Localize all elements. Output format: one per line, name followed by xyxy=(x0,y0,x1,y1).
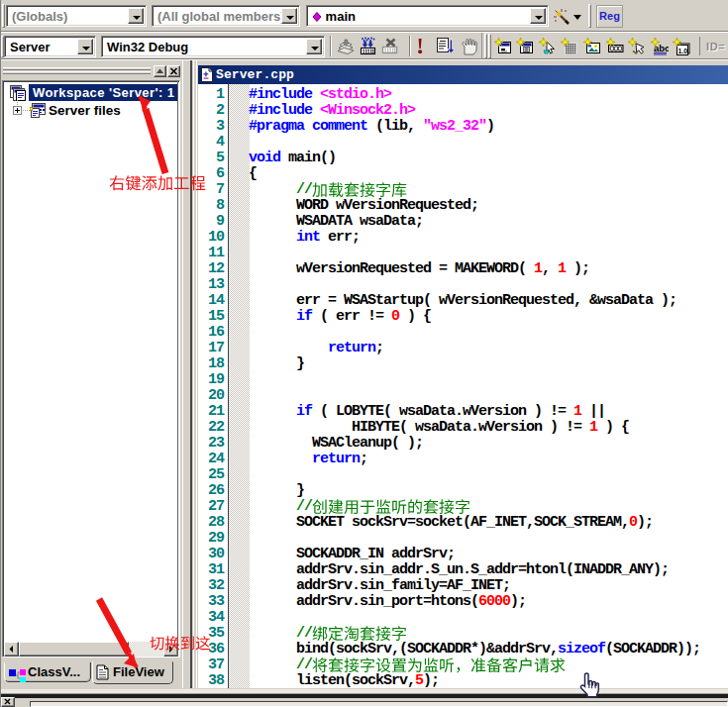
svg-text:1.0: 1.0 xyxy=(678,48,688,54)
